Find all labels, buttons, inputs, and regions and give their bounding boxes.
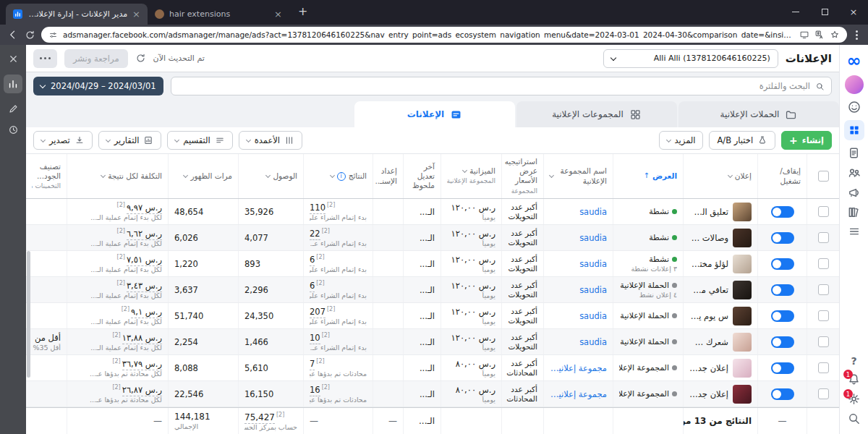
nav-campaigns[interactable] (847, 186, 861, 200)
col-header-impressions[interactable]: مرات الظهور (168, 154, 238, 198)
meta-logo[interactable]: ∞ (847, 52, 861, 69)
window-close-button[interactable]: × (839, 0, 868, 24)
adset-link[interactable]: saudia (550, 207, 607, 217)
back-button[interactable] (7, 29, 19, 41)
refresh-button[interactable] (25, 30, 35, 41)
ad-name[interactable]: س يوم يتبـ.. (689, 311, 728, 321)
col-header-budget[interactable]: الميزانيةالمجموعة الإعلانية (441, 154, 501, 198)
ad-name[interactable]: إعلان جديد.. (689, 389, 728, 399)
ad-toggle[interactable] (771, 206, 794, 218)
new-tab-button[interactable]: + (289, 4, 316, 21)
ad-cell[interactable]: س يوم يتبـ.. (683, 303, 757, 328)
col-header-ad[interactable]: إعلان (683, 154, 757, 198)
nav-help[interactable]: ? (851, 355, 856, 367)
history-clock-icon[interactable] (8, 124, 19, 135)
select-all-checkbox[interactable] (818, 171, 829, 182)
ad-name[interactable]: وصالات شـ.. (689, 233, 728, 243)
maximize-button[interactable] (810, 0, 839, 24)
date-range-picker[interactable]: 2024/04/29 – 2024/03/01 (33, 77, 163, 95)
more-options-button[interactable] (33, 49, 57, 68)
minimize-button[interactable] (781, 0, 810, 24)
ad-cell[interactable]: إعلان جديد.. (683, 381, 757, 407)
ad-cell[interactable]: لؤلؤ مختلف (683, 251, 757, 276)
col-header-reach[interactable]: الوصول (238, 154, 303, 198)
nav-all-tools[interactable] (848, 225, 861, 238)
tab-campaigns[interactable]: الحملات الإعلانية (678, 101, 839, 127)
col-header-attribution[interactable]: إعداد الإسنـ.. (373, 154, 403, 198)
tab-close-icon[interactable]: × (132, 9, 140, 20)
close-panel-icon[interactable] (8, 54, 19, 64)
ad-name[interactable]: تعافي من تـ.. (689, 285, 728, 295)
nav-billing[interactable] (847, 146, 861, 160)
ad-cell[interactable]: إعلان جديد.. (683, 355, 757, 380)
columns-dropdown[interactable]: الأعمدة (239, 131, 302, 150)
col-header-quality[interactable]: تصنيف الجود...التخمينات ملاحـ (26, 154, 67, 198)
ad-toggle[interactable] (771, 310, 794, 322)
edit-pencil-icon[interactable] (8, 103, 19, 114)
tab-adsets[interactable]: المجموعات الإعلانية (516, 101, 677, 127)
nav-reactions[interactable] (847, 100, 861, 114)
col-header-last-edit[interactable]: آخر تعديل ملحوظ (403, 154, 441, 198)
translate-icon[interactable] (814, 30, 825, 40)
ad-toggle[interactable] (771, 388, 794, 400)
row-checkbox[interactable] (818, 310, 829, 321)
ad-name[interactable]: شعرك طويـ.. (689, 337, 728, 347)
url-text[interactable]: adsmanager.facebook.com/adsmanager/manag… (63, 30, 794, 39)
row-checkbox[interactable] (818, 388, 829, 399)
refresh-data-button[interactable] (135, 53, 146, 64)
nav-notifications[interactable]: 1 (847, 373, 861, 386)
ad-name[interactable]: إعلان جديد.. (689, 363, 728, 373)
col-header-adset[interactable]: اسم المجموعة الإعلانية (543, 154, 613, 198)
ad-toggle[interactable] (771, 336, 794, 348)
col-header-cost[interactable]: التكلفة لكل نتيجة (67, 154, 168, 198)
adset-link[interactable]: مجموعة إعلانية جديده بـ.. (550, 363, 607, 373)
address-bar[interactable]: adsmanager.facebook.com/adsmanager/manag… (41, 27, 847, 43)
browser-tab-hair-extensions[interactable]: hair extensions × (148, 4, 289, 25)
ad-toggle[interactable] (771, 232, 794, 244)
nav-audiences[interactable] (847, 166, 861, 180)
adset-link[interactable]: saudia (550, 233, 607, 243)
search-filter-box[interactable] (171, 77, 832, 95)
site-info-icon[interactable] (48, 30, 58, 40)
adset-link[interactable]: مجموعة إعلانية جديده بـ.. (550, 389, 607, 399)
ad-cell[interactable]: وصالات شـ.. (683, 225, 757, 250)
col-header-delivery[interactable]: العرض↑ (613, 154, 683, 198)
row-checkbox[interactable] (818, 362, 829, 373)
nav-library[interactable] (847, 205, 861, 219)
adset-link[interactable]: saudia (550, 311, 607, 321)
row-checkbox[interactable] (818, 258, 829, 269)
send-to-device-icon[interactable] (799, 30, 809, 40)
bookmark-star-icon[interactable] (830, 30, 840, 40)
row-checkbox[interactable] (818, 206, 829, 217)
col-header-bid[interactable]: استراتيجيه عرض الأسعارالمجموعة (501, 154, 543, 198)
ad-name[interactable]: تعليق المودل (689, 207, 728, 217)
create-button[interactable]: إنشاء + (781, 131, 832, 150)
adset-link[interactable]: saudia (550, 337, 607, 347)
ad-cell[interactable]: تعليق المودل (683, 199, 757, 224)
more-dropdown[interactable]: المزيد (659, 131, 704, 150)
ad-toggle[interactable] (771, 284, 794, 296)
search-input[interactable] (178, 81, 810, 91)
row-checkbox[interactable] (818, 232, 829, 243)
export-dropdown[interactable]: تصدير (33, 131, 93, 150)
ad-cell[interactable]: شعرك طويـ.. (683, 329, 757, 354)
nav-settings[interactable]: 1 (847, 392, 861, 406)
vertical-scrollbar[interactable] (27, 251, 30, 378)
ad-cell[interactable]: تعافي من تـ.. (683, 277, 757, 302)
user-avatar[interactable] (845, 75, 864, 94)
ad-toggle[interactable] (771, 258, 794, 270)
ab-test-button[interactable]: اختبار A/B (709, 131, 775, 150)
nav-ads-manager-active[interactable] (844, 120, 864, 140)
col-header-toggle[interactable]: إيقاف/ تشغيل (757, 154, 807, 198)
row-checkbox[interactable] (818, 336, 829, 347)
reports-dropdown[interactable]: التقارير (98, 131, 162, 150)
nav-search[interactable] (847, 412, 861, 425)
breakdown-dropdown[interactable]: التقسيم (167, 131, 232, 150)
tab-close-icon[interactable]: × (274, 9, 282, 20)
info-icon[interactable]: i (337, 172, 346, 181)
browser-menu-icon[interactable] (853, 30, 861, 40)
ad-toggle[interactable] (771, 362, 794, 374)
row-checkbox[interactable] (818, 284, 829, 295)
col-header-results[interactable]: النتائجi (303, 154, 373, 198)
adset-link[interactable]: saudia (550, 259, 607, 269)
